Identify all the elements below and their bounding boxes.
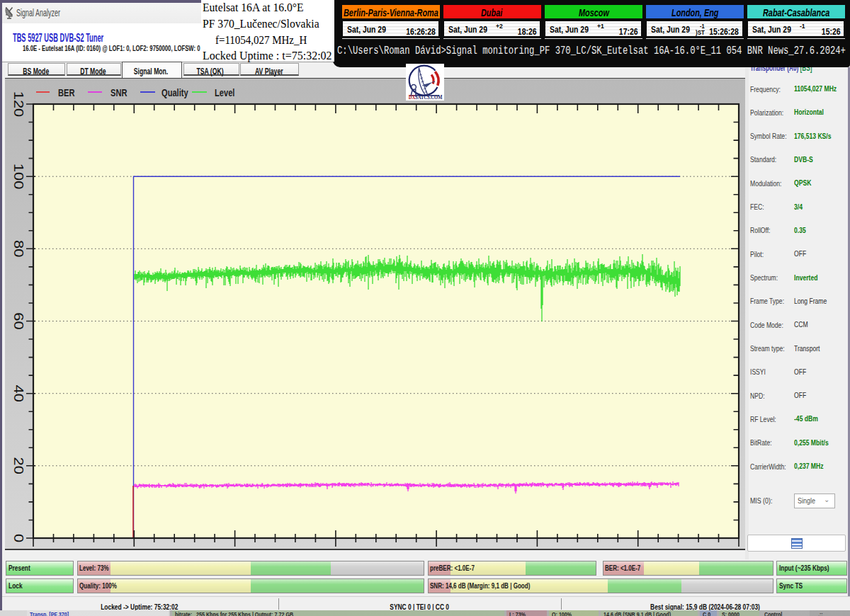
svg-text:120: 120 (11, 91, 26, 118)
svg-text:100: 100 (11, 164, 26, 190)
svg-text:80: 80 (11, 240, 26, 257)
svg-text:DXSATCS.COM: DXSATCS.COM (409, 94, 443, 101)
svg-text:20: 20 (11, 457, 26, 474)
svg-text:0: 0 (11, 534, 26, 542)
svg-text:40: 40 (11, 384, 26, 401)
svg-text:60: 60 (11, 312, 26, 329)
